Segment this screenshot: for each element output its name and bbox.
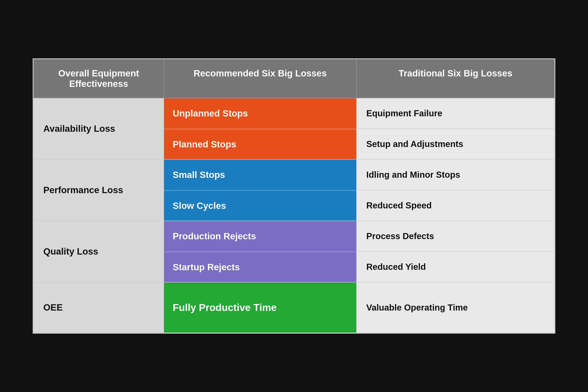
recommended-item: Fully Productive Time <box>164 282 356 332</box>
category-cell: Quality Loss <box>34 221 164 282</box>
traditional-cell: Setup and Adjustments <box>356 129 554 160</box>
header-col2: Recommended Six Big Losses <box>164 59 356 98</box>
traditional-cell: Reduced Speed <box>356 190 554 221</box>
traditional-cell: Equipment Failure <box>356 98 554 129</box>
table-row: Quality Loss Production Rejects Startup … <box>34 221 554 252</box>
traditional-cell: Process Defects <box>356 221 554 252</box>
category-cell: Availability Loss <box>34 98 164 160</box>
category-cell: Performance Loss <box>34 160 164 221</box>
table-row: Performance Loss Small Stops Slow Cycles… <box>34 160 554 190</box>
table-row: OEE Fully Productive Time Valuable Opera… <box>34 282 554 333</box>
header-col1: Overall Equipment Effectiveness <box>34 59 164 98</box>
recommended-cell: Unplanned Stops Planned Stops <box>164 98 356 160</box>
traditional-cell: Reduced Yield <box>356 252 554 282</box>
oee-table-container: Overall Equipment Effectiveness Recommen… <box>33 58 555 334</box>
recommended-item: Startup Rejects <box>164 252 356 282</box>
recommended-item: Small Stops <box>164 160 356 190</box>
recommended-cell: Small Stops Slow Cycles <box>164 160 356 221</box>
category-cell: OEE <box>34 282 164 333</box>
recommended-cell: Fully Productive Time <box>164 282 356 333</box>
header-row: Overall Equipment Effectiveness Recommen… <box>34 59 554 98</box>
recommended-item: Planned Stops <box>164 129 356 159</box>
traditional-cell: Idling and Minor Stops <box>356 160 554 190</box>
table-row: Availability Loss Unplanned Stops Planne… <box>34 98 554 129</box>
traditional-cell: Valuable Operating Time <box>356 282 554 333</box>
recommended-cell: Production Rejects Startup Rejects <box>164 221 356 282</box>
recommended-item: Slow Cycles <box>164 190 356 220</box>
header-col3: Traditional Six Big Losses <box>356 59 554 98</box>
recommended-item: Production Rejects <box>164 221 356 252</box>
recommended-item: Unplanned Stops <box>164 98 356 129</box>
